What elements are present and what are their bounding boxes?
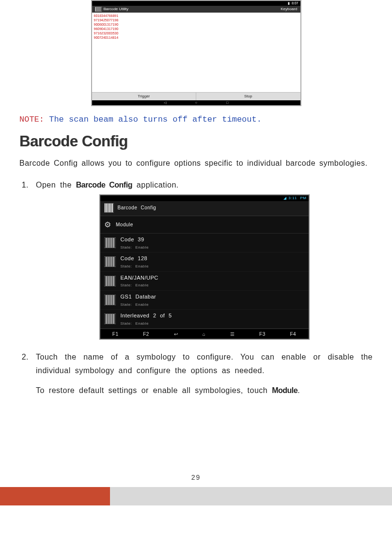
back-icon[interactable]: ↩	[174, 330, 178, 338]
symbology-row[interactable]: GS1 Databar State: Enable	[100, 291, 309, 310]
footer-grey	[110, 487, 392, 505]
step2-para1: Touch the name of a symbology to configu…	[36, 350, 373, 377]
stop-button[interactable]: Stop	[196, 93, 300, 100]
status-bar: 3:11 PM	[100, 195, 309, 201]
symbology-name: GS1 Databar	[121, 292, 157, 301]
action-buttons: Trigger Stop	[92, 92, 300, 100]
page-number: 29	[19, 473, 373, 481]
barcode-icon	[104, 314, 116, 324]
barcode-icon	[104, 276, 116, 286]
home-icon[interactable]: ○	[195, 101, 197, 105]
signal-icon	[283, 197, 286, 200]
status-time: 3:11 PM	[288, 195, 306, 202]
intro-paragraph: Barcode Config allows you to configure o…	[19, 157, 373, 170]
note-label: NOTE:	[19, 115, 44, 124]
home-icon[interactable]: ⌂	[203, 330, 206, 338]
step1-suffix: application.	[132, 181, 179, 189]
step1-prefix: Open the	[36, 181, 76, 189]
keyboard-button[interactable]: Keyboard	[281, 7, 297, 12]
step1-app: Barcode Config	[76, 181, 132, 189]
symbology-row[interactable]: Code 128 State: Enable	[100, 252, 309, 271]
scan-code: 9007240114814	[94, 35, 298, 40]
recent-icon[interactable]: ☰	[230, 330, 235, 338]
symbology-name: Interleaved 2 of 5	[121, 311, 172, 320]
scan-code: 9719425077198	[94, 18, 298, 22]
screenshot-barcode-config: 3:11 PM Barcode Config ⚙ Module Code 39 …	[99, 194, 310, 340]
step2-para2-a: To restore default settings or enable al…	[36, 386, 272, 394]
note: NOTE: The scan beam also turns off after…	[19, 115, 373, 124]
step2-para2-c: .	[298, 386, 300, 394]
symbology-state: State: Enable	[121, 301, 157, 308]
step-2: Touch the name of a symbology to configu…	[33, 350, 373, 397]
symbology-row[interactable]: Code 39 State: Enable	[100, 234, 309, 252]
scan-code: 9609041317190	[94, 27, 298, 31]
status-time: 8:07	[292, 1, 298, 5]
android-nav-bar: ◁ ○ □	[92, 100, 300, 105]
symbology-state: State: Enable	[121, 320, 172, 327]
scan-code: 9006001317190	[94, 22, 298, 27]
app-title: Barcode Utility	[104, 7, 129, 12]
barcode-icon	[95, 7, 102, 12]
f1-key[interactable]: F1	[112, 330, 119, 338]
f3-key[interactable]: F3	[259, 330, 266, 338]
barcode-icon	[104, 295, 116, 305]
app-title: Barcode Config	[118, 204, 157, 212]
trigger-button[interactable]: Trigger	[92, 93, 197, 100]
status-bar: ▮ 8:07	[92, 1, 300, 6]
back-icon[interactable]: ◁	[164, 101, 166, 105]
app-title-bar: Barcode Utility Keyboard	[92, 6, 300, 13]
barcode-icon	[104, 237, 116, 248]
step2-module: Module	[272, 386, 298, 394]
section-heading: Barcode Config	[19, 133, 373, 150]
footer-accent	[0, 487, 110, 505]
barcode-icon	[104, 203, 114, 213]
note-text: The scan beam also turns off after timeo…	[49, 115, 262, 124]
symbology-name: Code 39	[121, 235, 149, 244]
f4-key[interactable]: F4	[290, 330, 296, 338]
symbology-state: State: Enable	[121, 263, 149, 270]
symbology-row[interactable]: Interleaved 2 of 5 State: Enable	[100, 310, 309, 329]
gear-icon: ⚙	[104, 218, 111, 231]
recent-icon[interactable]: □	[226, 101, 228, 105]
step2-para2: To restore default settings or enable al…	[36, 384, 373, 397]
screenshot-barcode-utility: ▮ 8:07 Barcode Utility Keyboard 60183447…	[91, 0, 301, 106]
symbology-state: State: Enable	[121, 282, 158, 289]
symbology-state: State: Enable	[121, 244, 149, 251]
step-1: Open the Barcode Config application. 3:1…	[33, 178, 373, 340]
symbology-row[interactable]: EAN/JAN/UPC State: Enable	[100, 272, 309, 291]
symbology-name: Code 128	[121, 254, 149, 263]
scan-results-list: 6018344766891 9719425077198 900600131719…	[92, 13, 300, 92]
footer-bar	[0, 487, 392, 505]
battery-icon: ▮	[288, 1, 290, 5]
module-row[interactable]: ⚙ Module	[100, 216, 309, 234]
scan-code: 6018344766891	[94, 14, 298, 18]
app-header: Barcode Config	[100, 201, 309, 216]
barcode-icon	[104, 256, 116, 267]
f2-key[interactable]: F2	[143, 330, 149, 338]
scan-code: 9716232003530	[94, 31, 298, 35]
module-label: Module	[116, 220, 133, 229]
soft-key-bar: F1 F2 ↩ ⌂ ☰ F3 F4	[100, 329, 309, 339]
symbology-name: EAN/JAN/UPC	[121, 273, 158, 283]
